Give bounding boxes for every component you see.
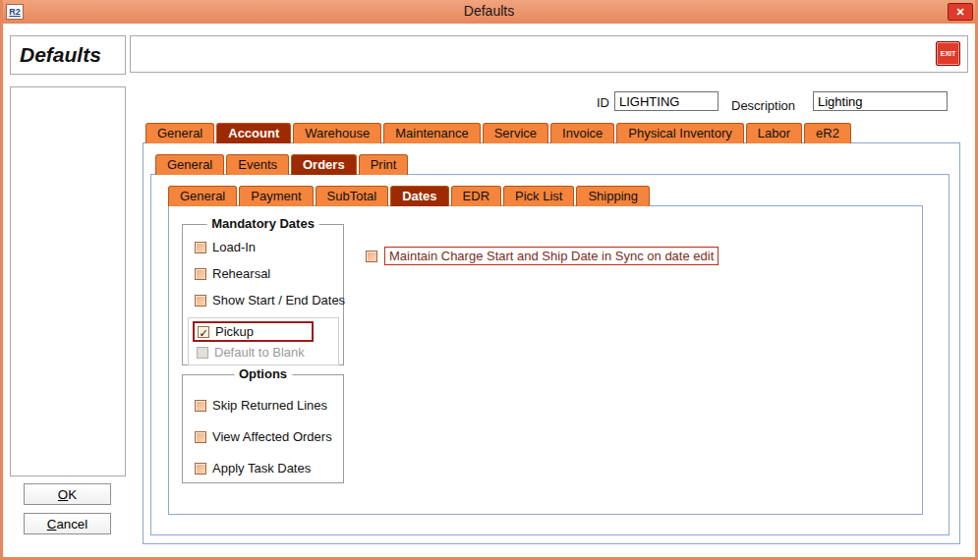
tab-events[interactable]: Events xyxy=(226,154,289,175)
checkbox-label: Apply Task Dates xyxy=(212,461,311,476)
tab-general[interactable]: General xyxy=(145,123,214,143)
id-field[interactable] xyxy=(614,91,719,111)
checkbox-row-rehearsal[interactable]: Rehearsal xyxy=(191,264,337,283)
checkbox-pickup[interactable]: ✓Pickup xyxy=(193,321,314,342)
unchecked-checkbox-icon[interactable] xyxy=(195,268,206,280)
tab-service[interactable]: Service xyxy=(483,123,548,143)
tab-payment[interactable]: Payment xyxy=(239,186,313,206)
checkbox-label: Load-In xyxy=(212,240,256,254)
checkbox-row-apply-task-dates[interactable]: Apply Task Dates xyxy=(191,459,337,477)
tab-dates[interactable]: Dates xyxy=(390,186,448,206)
tab-subtotal[interactable]: SubTotal xyxy=(316,186,389,206)
tab-maintenance[interactable]: Maintenance xyxy=(383,123,480,143)
checkbox-row-skip-returned-lines[interactable]: Skip Returned Lines xyxy=(191,396,337,415)
checkbox-show-start-end-dates[interactable]: Show Start / End Dates xyxy=(191,291,349,309)
checkbox-skip-returned-lines[interactable]: Skip Returned Lines xyxy=(191,396,331,415)
checkbox-label: Rehearsal xyxy=(212,266,270,281)
tab-invoice[interactable]: Invoice xyxy=(550,123,614,143)
options-group: Options Skip Returned LinesView Affected… xyxy=(182,374,344,483)
tab-pick-list[interactable]: Pick List xyxy=(503,186,574,206)
unchecked-checkbox-icon[interactable] xyxy=(195,295,206,307)
checkbox-default-to-blank[interactable]: Default to Blank xyxy=(193,343,309,362)
tab-row-level2: GeneralEventsOrdersPrint xyxy=(155,154,408,175)
unchecked-checkbox-icon[interactable] xyxy=(195,463,206,475)
close-icon[interactable]: ✕ xyxy=(948,3,973,21)
tab-physical-inventory[interactable]: Physical Inventory xyxy=(616,123,744,143)
options-group-title: Options xyxy=(234,366,292,381)
description-field[interactable] xyxy=(813,91,948,111)
checkbox-row-default-to-blank[interactable]: Default to Blank xyxy=(193,343,334,362)
checked-checkbox-icon[interactable]: ✓ xyxy=(198,326,209,338)
tab-print[interactable]: Print xyxy=(359,154,409,175)
checkbox-row-show-start-end-dates[interactable]: Show Start / End Dates xyxy=(191,291,337,309)
checkbox-view-affected-orders[interactable]: View Affected Orders xyxy=(191,427,336,446)
tab-row-level3: GeneralPaymentSubTotalDatesEDRPick ListS… xyxy=(168,186,650,206)
sync-checkbox-label: Maintain Charge Start and Ship Date in S… xyxy=(384,247,719,265)
toolbar-strip: EXIT xyxy=(130,35,968,73)
mandatory-dates-group-title: Mandatory Dates xyxy=(206,216,319,231)
sync-checkbox-row[interactable]: Maintain Charge Start and Ship Date in S… xyxy=(366,247,719,265)
tab-general[interactable]: General xyxy=(155,154,224,175)
checkbox-row-load-in[interactable]: Load-In xyxy=(191,238,337,256)
ok-button[interactable]: OK xyxy=(24,483,111,505)
description-label: Description xyxy=(731,98,795,113)
tab-labor[interactable]: Labor xyxy=(746,123,802,143)
checkbox-row-pickup[interactable]: ✓Pickup xyxy=(193,321,334,342)
tab-row-level1: GeneralAccountWarehouseMaintenanceServic… xyxy=(145,123,851,143)
defaults-dialog: R2 Defaults ✕ Defaults OK Cancel EXIT ID… xyxy=(0,0,978,560)
id-label: ID xyxy=(597,95,609,110)
exit-button[interactable]: EXIT xyxy=(936,41,960,66)
sync-checkbox-icon[interactable] xyxy=(366,251,377,262)
tab-er2[interactable]: eR2 xyxy=(804,123,851,143)
tab-general[interactable]: General xyxy=(168,186,237,206)
tab-orders[interactable]: Orders xyxy=(291,154,357,175)
unchecked-checkbox-icon[interactable] xyxy=(195,400,206,412)
tab-edr[interactable]: EDR xyxy=(451,186,501,206)
unchecked-checkbox-icon[interactable] xyxy=(197,347,208,359)
checkbox-row-view-affected-orders[interactable]: View Affected Orders xyxy=(191,427,337,446)
sidebar-listbox[interactable] xyxy=(10,86,126,476)
unchecked-checkbox-icon[interactable] xyxy=(195,431,206,443)
mandatory-dates-group: Mandatory Dates Load-InRehearsalShow Sta… xyxy=(182,224,344,365)
checkbox-label: Pickup xyxy=(215,324,254,339)
tab-account[interactable]: Account xyxy=(216,123,291,143)
checkbox-rehearsal[interactable]: Rehearsal xyxy=(191,264,274,283)
window-title: Defaults xyxy=(0,3,978,19)
checkbox-label: Skip Returned Lines xyxy=(212,398,327,413)
cancel-button[interactable]: Cancel xyxy=(24,513,111,534)
titlebar[interactable]: R2 Defaults ✕ xyxy=(0,0,978,24)
checkbox-apply-task-dates[interactable]: Apply Task Dates xyxy=(191,459,315,477)
checkbox-label: Show Start / End Dates xyxy=(212,293,345,308)
tab-warehouse[interactable]: Warehouse xyxy=(293,123,381,143)
checkbox-label: View Affected Orders xyxy=(212,429,332,444)
checkbox-load-in[interactable]: Load-In xyxy=(191,238,259,256)
page-title: Defaults xyxy=(10,35,126,75)
pickup-subgroup: ✓PickupDefault to Blank xyxy=(188,317,339,365)
unchecked-checkbox-icon[interactable] xyxy=(195,242,206,253)
checkbox-label: Default to Blank xyxy=(214,345,305,360)
tab-shipping[interactable]: Shipping xyxy=(576,186,650,206)
